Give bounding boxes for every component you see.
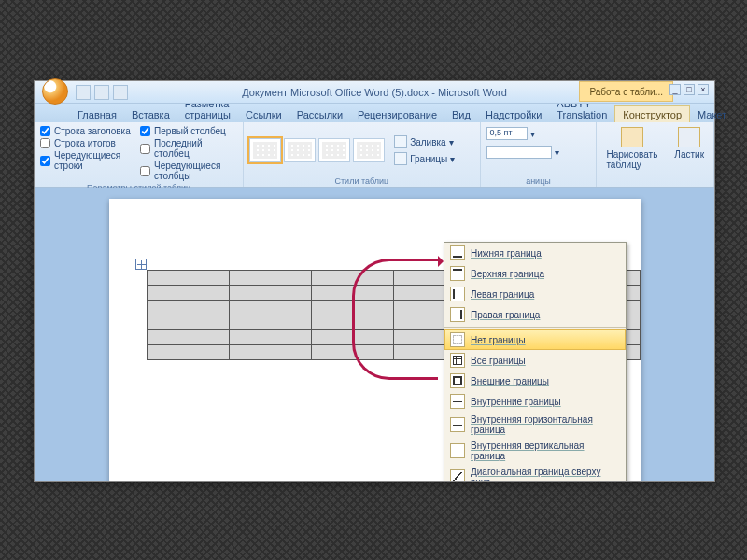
fill-icon (394, 135, 407, 148)
eraser-button[interactable]: Ластик (670, 125, 708, 161)
tab-references[interactable]: Ссылки (238, 106, 289, 122)
group-label-table-styles: Стили таблиц (249, 175, 473, 186)
ribbon-tabs: Главная Вставка Разметка страницы Ссылки… (35, 104, 714, 122)
chk-header-row[interactable]: Строка заголовка (40, 125, 131, 137)
table-cell[interactable] (230, 271, 312, 286)
menu-border-inside-v[interactable]: Внутренняя вертикальная граница (444, 438, 626, 464)
border-left-icon (450, 287, 465, 301)
chk-total-row[interactable]: Строка итогов (40, 137, 131, 149)
table-cell[interactable] (148, 345, 230, 360)
group-table-styles: Заливка▾ Границы▾ Стили таблиц (244, 122, 480, 187)
menu-border-none[interactable]: Нет границы (444, 329, 626, 350)
tab-mailings[interactable]: Рассылки (289, 106, 350, 122)
table-style-2[interactable] (284, 138, 316, 162)
group-draw-borders: 0,5 пт▾ ▾ аницы (481, 122, 598, 187)
border-right-icon (450, 307, 465, 322)
qat-save-icon[interactable] (76, 85, 91, 100)
menu-border-right[interactable]: Правая граница (444, 304, 626, 325)
table-cell[interactable] (148, 301, 230, 315)
menu-border-bottom[interactable]: Нижняя граница (444, 243, 626, 263)
annotation-arrow (352, 259, 438, 380)
menu-border-all[interactable]: Все границы (444, 350, 626, 371)
table-cell[interactable] (230, 286, 312, 301)
table-cell[interactable] (230, 315, 312, 330)
titlebar: Документ Microsoft Office Word (5).docx … (35, 81, 714, 104)
table-cell[interactable] (148, 271, 230, 286)
menu-border-inside[interactable]: Внутренние границы (444, 391, 626, 412)
qat-undo-icon[interactable] (94, 85, 109, 100)
group-label-draw-borders: аницы (486, 175, 591, 186)
chk-banded-rows[interactable]: Чередующиеся строки (40, 149, 131, 172)
word-window: Документ Microsoft Office Word (5).docx … (34, 80, 715, 482)
table-style-3[interactable] (318, 138, 350, 162)
table-cell[interactable] (230, 345, 312, 360)
border-none-icon (450, 332, 465, 347)
menu-border-diag-down[interactable]: Диагональная граница сверху вниз (444, 464, 626, 481)
border-inside-h-icon (450, 417, 465, 432)
border-inside-icon (450, 394, 465, 409)
draw-table-button[interactable]: Нарисовать таблицу (602, 125, 661, 172)
pen-width-select[interactable]: 0,5 пт▾ (486, 125, 535, 142)
context-tab-table-tools[interactable]: Работа с табли... (579, 81, 673, 102)
tab-review[interactable]: Рецензирование (350, 106, 444, 122)
border-all-icon (450, 353, 465, 368)
tab-view[interactable]: Вид (444, 106, 478, 122)
border-bottom-icon (450, 245, 465, 260)
borders-dropdown[interactable]: Границы▾ (394, 150, 455, 167)
table-cell[interactable] (230, 330, 312, 345)
borders-icon (394, 152, 407, 165)
chk-total-row-box (40, 138, 50, 148)
pen-style-select[interactable]: ▾ (486, 144, 559, 161)
menu-border-left[interactable]: Левая граница (444, 284, 626, 304)
chk-header-row-box (40, 126, 50, 136)
chk-last-col-box (140, 144, 150, 154)
table-style-4[interactable] (353, 138, 385, 162)
table-style-1[interactable] (249, 138, 281, 162)
document-area[interactable]: Нижняя граница Верхняя граница Левая гра… (35, 188, 714, 481)
office-button[interactable] (42, 78, 68, 105)
table-move-handle[interactable] (135, 259, 147, 270)
table-cell[interactable] (148, 286, 230, 301)
qat-redo-icon[interactable] (113, 85, 128, 100)
tab-design[interactable]: Конструктор (614, 105, 690, 122)
chk-first-col-box (140, 126, 150, 136)
chk-first-col[interactable]: Первый столбец (140, 125, 237, 137)
tab-addins[interactable]: Надстройки (478, 106, 549, 122)
group-table-style-options: Строка заголовка Строка итогов Чередующи… (35, 122, 244, 187)
table-cell[interactable] (230, 301, 312, 315)
table-cell[interactable] (148, 330, 230, 345)
border-outside-icon (450, 373, 465, 388)
border-inside-v-icon (450, 443, 465, 458)
shading-dropdown[interactable]: Заливка▾ (394, 133, 455, 150)
chk-banded-rows-box (40, 156, 50, 166)
pencil-table-icon (621, 127, 643, 147)
tab-home[interactable]: Главная (70, 106, 124, 122)
group-draw-table: Нарисовать таблицу Ластик (597, 122, 714, 187)
diag-down-icon (450, 469, 465, 481)
tab-insert[interactable]: Вставка (124, 106, 177, 122)
ribbon: Строка заголовка Строка итогов Чередующи… (35, 122, 714, 188)
menu-border-inside-h[interactable]: Внутренняя горизонтальная граница (444, 412, 626, 438)
maximize-button[interactable]: □ (684, 84, 695, 95)
close-button[interactable]: × (698, 84, 709, 95)
menu-border-top[interactable]: Верхняя граница (444, 263, 626, 284)
menu-border-outside[interactable]: Внешние границы (444, 371, 626, 391)
eraser-icon (678, 127, 700, 147)
chk-banded-cols[interactable]: Чередующиеся столбцы (140, 160, 237, 182)
table-cell[interactable] (148, 315, 230, 330)
borders-menu: Нижняя граница Верхняя граница Левая гра… (444, 242, 627, 481)
minimize-button[interactable]: _ (669, 84, 681, 95)
tab-layout[interactable]: Макет (690, 106, 734, 122)
chk-banded-cols-box (140, 166, 150, 176)
border-top-icon (450, 266, 465, 281)
chk-last-col[interactable]: Последний столбец (140, 137, 237, 160)
